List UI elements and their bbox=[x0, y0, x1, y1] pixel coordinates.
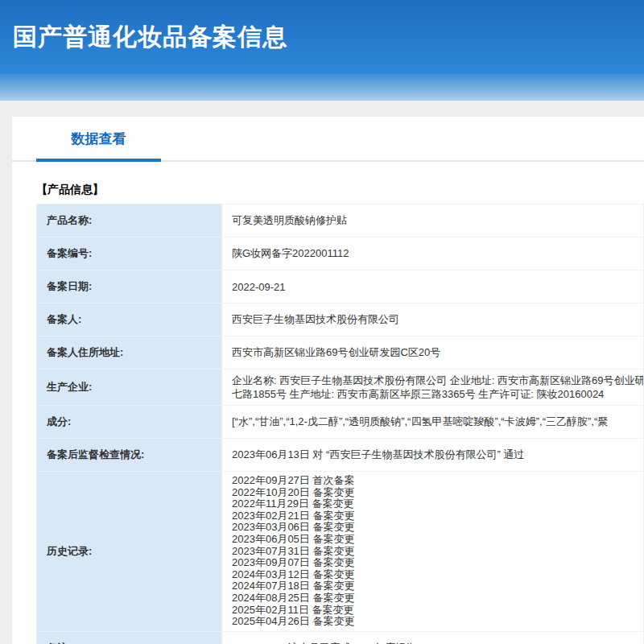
field-value: 2022-09-21 bbox=[222, 270, 644, 303]
field-label: 产品名称: bbox=[37, 204, 222, 237]
field-value: 可复美透明质酸钠修护贴 bbox=[222, 204, 644, 237]
field-label: 备案后监督检查情况: bbox=[37, 439, 222, 472]
tab-data-view[interactable]: 数据查看 bbox=[36, 130, 161, 162]
table-row-registrant: 备案人: 西安巨子生物基因技术股份有限公司 bbox=[37, 303, 644, 336]
table-row-history: 历史记录: 2022年09月27日 首次备案 2022年10月20日 备案变更 … bbox=[37, 472, 644, 632]
field-label: 备案编号: bbox=[37, 237, 222, 270]
field-label: 生产企业: bbox=[37, 369, 222, 406]
table-row-ingredients: 成分: [“水”,“甘油”,“1,2-戊二醇”,“透明质酸钠”,“四氢甲基嘧啶羧… bbox=[37, 406, 644, 439]
table-row-supervision-check: 备案后监督检查情况: 2023年06月13日 对 “西安巨子生物基因技术股份有限… bbox=[37, 439, 644, 472]
table-row-registrant-address: 备案人住所地址: 西安市高新区锦业路69号创业研发园C区20号 bbox=[37, 336, 644, 369]
field-value: 2025-01-14,该产品已完成2024年度报告 bbox=[222, 631, 644, 644]
field-value: 西安巨子生物基因技术股份有限公司 bbox=[222, 303, 644, 336]
field-value: 企业名称: 西安巨子生物基因技术股份有限公司 企业地址: 西安市高新区锦业路69… bbox=[222, 369, 644, 406]
page-header: 国产普通化妆品备案信息 bbox=[0, 0, 644, 74]
section-header-product-info: 【产品信息】 bbox=[36, 183, 644, 197]
field-label: 备案人住所地址: bbox=[37, 336, 222, 369]
field-label: 成分: bbox=[37, 406, 222, 439]
table-row-producer: 生产企业: 企业名称: 西安巨子生物基因技术股份有限公司 企业地址: 西安市高新… bbox=[37, 369, 644, 406]
table-row-record-date: 备案日期: 2022-09-21 bbox=[37, 270, 644, 303]
field-label: 历史记录: bbox=[37, 472, 222, 632]
page-title: 国产普通化妆品备案信息 bbox=[13, 21, 287, 54]
product-info-table: 产品名称: 可复美透明质酸钠修护贴 备案编号: 陕G妆网备字2022001112… bbox=[36, 204, 644, 644]
header-gradient-strip bbox=[0, 74, 644, 101]
tab-bar: 数据查看 bbox=[12, 117, 644, 162]
field-label: 备案人: bbox=[37, 303, 222, 336]
table-row-record-number: 备案编号: 陕G妆网备字2022001112 bbox=[37, 237, 644, 270]
content-panel: 数据查看 【产品信息】 产品名称: 可复美透明质酸钠修护贴 备案编号: 陕G妆网… bbox=[12, 117, 644, 644]
field-label: 备注: bbox=[37, 631, 222, 644]
table-row-product-name: 产品名称: 可复美透明质酸钠修护贴 bbox=[37, 204, 644, 237]
main-content: 【产品信息】 产品名称: 可复美透明质酸钠修护贴 备案编号: 陕G妆网备字202… bbox=[12, 162, 644, 644]
field-value: [“水”,“甘油”,“1,2-戊二醇”,“透明质酸钠”,“四氢甲基嘧啶羧酸”,“… bbox=[222, 406, 644, 439]
field-value: 2023年06月13日 对 “西安巨子生物基因技术股份有限公司” 通过 bbox=[222, 439, 644, 472]
field-value: 西安市高新区锦业路69号创业研发园C区20号 bbox=[222, 336, 644, 369]
table-row-remark: 备注: 2025-01-14,该产品已完成2024年度报告 bbox=[37, 631, 644, 644]
field-value: 陕G妆网备字2022001112 bbox=[222, 237, 644, 270]
field-label: 备案日期: bbox=[37, 270, 222, 303]
field-value: 2022年09月27日 首次备案 2022年10月20日 备案变更 2022年1… bbox=[222, 472, 644, 632]
